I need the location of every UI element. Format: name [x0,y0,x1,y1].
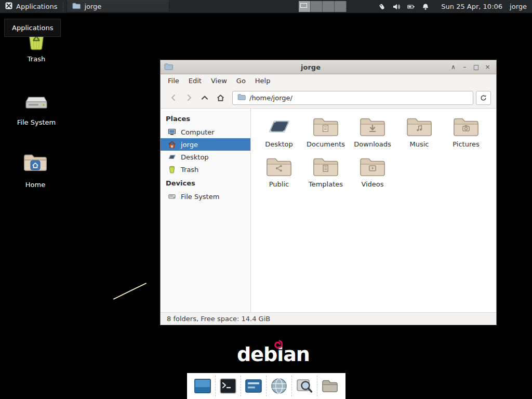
drive-icon [168,192,176,201]
sidebar-item-file-system[interactable]: File System [161,190,250,203]
sidebar-item-desktop[interactable]: Desktop [161,151,250,163]
file-label: Templates [309,180,343,188]
battery-icon[interactable] [407,3,415,11]
up-button[interactable] [197,90,212,105]
sidebar: Places Computer jorge Desktop Trash [161,109,251,312]
terminal-icon[interactable] [217,375,239,397]
file-item-pictures[interactable]: Pictures [443,115,489,148]
forward-button[interactable] [181,90,197,105]
workspace-window-outline [300,3,307,8]
menu-file[interactable]: File [163,75,184,86]
desktop-surface-icon [265,115,292,138]
sidebar-item-computer[interactable]: Computer [161,126,250,138]
dock-panel [187,373,345,399]
shade-button[interactable]: ∧ [448,61,458,74]
folder-pictures-icon [453,115,480,138]
taskbar-window-button[interactable]: jorge [66,1,169,12]
sidebar-item-label: Trash [181,166,198,174]
window-content: Places Computer jorge Desktop Trash [161,109,496,312]
file-manager-icon[interactable] [319,375,341,397]
menu-go[interactable]: Go [232,75,250,86]
folder-videos-icon [359,155,386,178]
path-bar[interactable]: /home/jorge/ [232,91,473,105]
window-icon [164,63,173,72]
workspace-2[interactable] [311,1,323,12]
application-finder-icon[interactable] [294,375,315,397]
panel-separator [63,2,65,11]
sidebar-item-label: Computer [181,128,215,136]
workspace-3[interactable] [323,1,335,12]
minimize-button[interactable]: – [460,61,470,74]
clock[interactable]: Sun 25 Apr, 10:06 [436,0,508,13]
sidebar-item-label: jorge [181,141,198,149]
panel-username[interactable]: jorge [508,0,532,13]
panel-spacer [169,0,299,13]
statusbar: 8 folders, Free space: 14.4 GiB [161,312,496,325]
dock-separator [291,376,292,396]
applications-menu-button[interactable]: Applications [0,0,62,13]
workspace-switcher[interactable] [299,1,347,12]
sidebar-item-jorge[interactable]: jorge [161,138,250,151]
back-button[interactable] [166,90,181,105]
sidebar-item-trash[interactable]: Trash [161,163,250,176]
file-label: Pictures [453,140,479,148]
system-tray [371,0,436,13]
menubar: File Edit View Go Help [161,74,496,87]
panel-icon[interactable] [243,375,264,397]
volume-icon[interactable] [392,3,401,11]
close-button[interactable]: × [483,61,493,74]
file-item-music[interactable]: Music [396,115,443,148]
web-browser-icon[interactable] [268,375,290,397]
window-titlebar[interactable]: jorge ∧ – □ × [161,60,496,74]
debian-swirl-icon [271,339,285,353]
statusbar-text: 8 folders, Free space: 14.4 GiB [167,315,270,323]
show-desktop-icon[interactable] [192,375,214,397]
dock-separator [317,376,317,396]
file-item-documents[interactable]: Documents [302,115,349,148]
window-title: jorge [176,63,445,71]
desktop-icon-home[interactable]: Home [11,152,59,189]
sidebar-item-label: File System [181,193,219,201]
computer-icon [168,128,176,136]
maximize-button[interactable]: □ [471,61,481,74]
file-item-desktop[interactable]: Desktop [256,115,302,148]
applications-menu-label: Applications [16,3,57,10]
applications-tooltip: Applications [4,19,61,37]
file-label: Desktop [265,140,293,148]
file-label: Videos [361,180,383,188]
home-button[interactable] [212,90,228,105]
trash-icon [168,165,176,174]
folder-documents-icon [312,115,339,138]
notifications-icon[interactable] [421,3,430,11]
desktop-icon-filesystem[interactable]: File System [12,89,60,126]
workspace-4[interactable] [335,1,347,12]
file-item-public[interactable]: Public [256,155,302,188]
filesystem-drive-icon [24,89,49,114]
menu-help[interactable]: Help [250,75,275,86]
debian-logo: debian [237,343,310,366]
desktop-icon [168,153,176,161]
refresh-button[interactable] [476,91,491,105]
workspace-1[interactable] [299,1,311,12]
sidebar-places-header: Places [161,111,250,126]
file-item-videos[interactable]: Videos [349,155,396,188]
file-item-templates[interactable]: Templates [302,155,349,188]
path-folder-icon [237,94,246,102]
file-grid: Desktop Documents Downloads [251,109,496,312]
file-item-downloads[interactable]: Downloads [349,115,396,148]
top-panel: Applications jorge [0,0,532,13]
applications-menu-icon [5,2,13,11]
sidebar-devices-header: Devices [161,176,250,190]
home-folder-icon [23,152,48,177]
menu-edit[interactable]: Edit [184,75,206,86]
desktop-icon-label: Trash [28,55,45,63]
file-manager-window: jorge ∧ – □ × File Edit View Go Help [160,60,497,325]
mouse-icon[interactable] [378,3,386,11]
toolbar: /home/jorge/ [161,87,496,109]
folder-music-icon [406,115,433,138]
home-emblem-icon [30,160,41,170]
dock-separator [215,376,216,396]
desktop-line-artifact [113,283,147,300]
dock-separator [266,376,267,396]
menu-view[interactable]: View [206,75,232,86]
